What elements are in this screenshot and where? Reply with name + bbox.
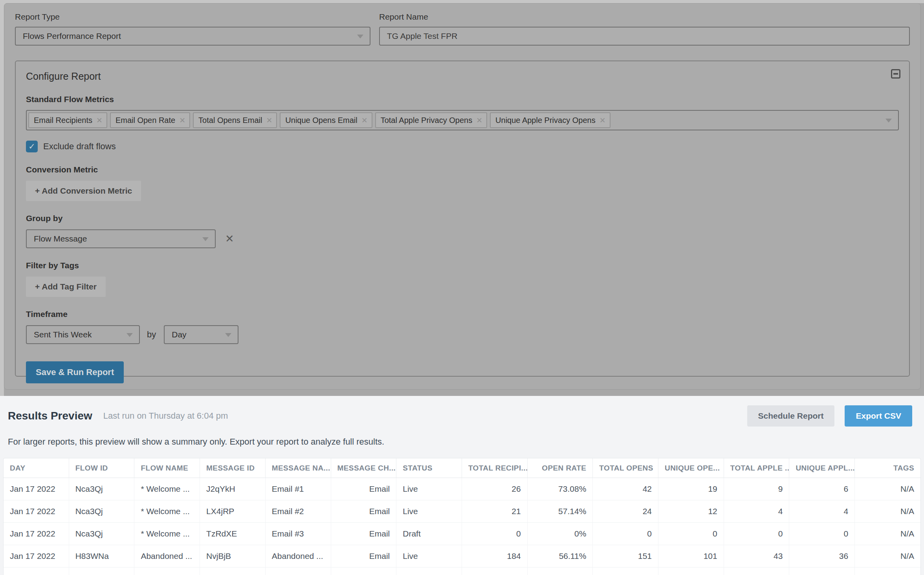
- table-cell: * Welcome ...: [134, 478, 200, 500]
- table-cell: 42: [593, 478, 658, 500]
- export-csv-button[interactable]: Export CSV: [845, 405, 912, 427]
- schedule-report-button[interactable]: Schedule Report: [747, 405, 835, 427]
- metric-chip[interactable]: Email Recipients✕: [28, 112, 107, 128]
- table-cell: Nca3Qj: [69, 500, 135, 523]
- chevron-down-icon[interactable]: [886, 119, 892, 123]
- report-type-value: Flows Performance Report: [23, 31, 121, 41]
- timeframe-label: Timeframe: [26, 309, 899, 319]
- group-by-label: Group by: [26, 214, 899, 223]
- metric-chip[interactable]: Unique Opens Email✕: [280, 112, 372, 128]
- timeframe-unit-value: Day: [172, 330, 186, 339]
- table-cell: 36: [789, 545, 855, 568]
- timeframe-value: Sent This Week: [34, 330, 92, 339]
- table-cell: 86: [658, 568, 724, 575]
- table-cell: 73.08%: [528, 478, 593, 500]
- remove-chip-icon[interactable]: ✕: [179, 117, 185, 124]
- table-cell: 0%: [528, 523, 593, 545]
- table-cell: LX4jRP: [200, 500, 266, 523]
- metric-chip[interactable]: Unique Apple Privacy Opens✕: [490, 112, 610, 128]
- table-cell: H83WNa: [69, 545, 135, 568]
- timeframe-unit-select[interactable]: Day: [164, 325, 238, 344]
- table-cell: 57.14%: [528, 500, 593, 523]
- column-header-total-opens[interactable]: TOTAL OPENS: [593, 458, 658, 478]
- dimmed-overlay: Report Type Flows Performance Report Rep…: [4, 3, 924, 396]
- table-cell: Abandoned ...: [134, 568, 200, 575]
- table-row: Jan 17 2022H83WNaAbandoned ...Mfhw6mAban…: [4, 568, 920, 575]
- table-cell: Email: [331, 523, 397, 545]
- table-cell: Live: [396, 500, 462, 523]
- report-config-card: Report Type Flows Performance Report Rep…: [4, 3, 921, 390]
- table-cell: TzRdXE: [200, 523, 266, 545]
- remove-group-by-icon[interactable]: ✕: [225, 234, 234, 244]
- table-cell: Abandoned ...: [266, 568, 331, 575]
- report-type-select[interactable]: Flows Performance Report: [15, 27, 370, 46]
- table-cell: 43: [724, 545, 790, 568]
- table-cell: J2qYkH: [200, 478, 266, 500]
- table-row: Jan 17 2022H83WNaAbandoned ...NvjBjBAban…: [4, 545, 920, 568]
- column-header-open-rate[interactable]: OPEN RATE: [528, 458, 593, 478]
- filter-by-tags-label: Filter by Tags: [26, 261, 899, 270]
- collapse-panel-icon[interactable]: [891, 69, 900, 79]
- table-cell: * Welcome ...: [134, 523, 200, 545]
- column-header-message-ch[interactable]: MESSAGE CH...: [331, 458, 397, 478]
- remove-chip-icon[interactable]: ✕: [96, 117, 103, 124]
- column-header-day[interactable]: DAY: [4, 458, 69, 478]
- table-row: Jan 17 2022Nca3Qj* Welcome ...J2qYkHEmai…: [4, 478, 920, 500]
- column-header-unique-appl[interactable]: UNIQUE APPL...: [789, 458, 855, 478]
- table-cell: 21: [462, 500, 528, 523]
- metric-chip[interactable]: Total Apple Privacy Opens✕: [375, 112, 487, 128]
- table-cell: Live: [396, 478, 462, 500]
- report-name-input[interactable]: [379, 27, 910, 46]
- exclude-draft-checkbox[interactable]: ✓: [26, 141, 38, 152]
- table-cell: Mfhw6m: [200, 568, 266, 575]
- metric-chip-label: Unique Opens Email: [285, 116, 357, 125]
- column-header-flow-name[interactable]: FLOW NAME: [134, 458, 200, 478]
- column-header-total-apple[interactable]: TOTAL APPLE ...: [724, 458, 790, 478]
- column-header-message-na[interactable]: MESSAGE NA...: [266, 458, 331, 478]
- column-header-total-recipi[interactable]: TOTAL RECIPI...: [462, 458, 528, 478]
- remove-chip-icon[interactable]: ✕: [266, 117, 272, 124]
- conversion-metric-label: Conversion Metric: [26, 165, 899, 174]
- table-cell: Jan 17 2022: [4, 568, 69, 575]
- table-cell: N/A: [855, 523, 920, 545]
- exclude-draft-row[interactable]: ✓ Exclude draft flows: [26, 141, 899, 152]
- table-cell: 151: [593, 545, 658, 568]
- table-cell: Live: [396, 545, 462, 568]
- column-header-flow-id[interactable]: FLOW ID: [69, 458, 135, 478]
- table-cell: 146: [593, 568, 658, 575]
- chevron-down-icon: [126, 333, 133, 337]
- column-header-message-id[interactable]: MESSAGE ID: [200, 458, 266, 478]
- table-cell: 0: [593, 523, 658, 545]
- metric-chip-label: Unique Apple Privacy Opens: [495, 116, 596, 125]
- column-header-tags[interactable]: TAGS: [855, 458, 920, 478]
- add-conversion-metric-button[interactable]: + Add Conversion Metric: [26, 181, 141, 201]
- metric-chip[interactable]: Email Open Rate✕: [110, 112, 190, 128]
- table-cell: Live: [396, 568, 462, 575]
- add-tag-filter-button[interactable]: + Add Tag Filter: [26, 277, 106, 297]
- remove-chip-icon[interactable]: ✕: [476, 117, 482, 124]
- remove-chip-icon[interactable]: ✕: [600, 117, 606, 124]
- report-type-label: Report Type: [15, 12, 370, 22]
- chevron-down-icon: [202, 237, 209, 241]
- table-cell: 4: [789, 500, 855, 523]
- table-cell: 0: [789, 523, 855, 545]
- preview-note: For larger reports, this preview will sh…: [8, 437, 916, 447]
- timeframe-select[interactable]: Sent This Week: [26, 325, 140, 344]
- report-config-section: Report Type Flows Performance Report Rep…: [0, 0, 924, 396]
- table-cell: 12: [658, 500, 724, 523]
- table-row: Jan 17 2022Nca3Qj* Welcome ...TzRdXEEmai…: [4, 523, 920, 545]
- table-cell: Jan 17 2022: [4, 545, 69, 568]
- group-by-select[interactable]: Flow Message: [26, 229, 216, 248]
- save-run-report-button[interactable]: Save & Run Report: [26, 361, 124, 383]
- column-header-unique-ope[interactable]: UNIQUE OPE...: [658, 458, 724, 478]
- results-preview-section: Results Preview Last run on Thursday at …: [0, 396, 924, 575]
- results-preview-title: Results Preview: [8, 410, 92, 422]
- metrics-multiselect[interactable]: Email Recipients✕Email Open Rate✕Total O…: [26, 110, 899, 130]
- table-cell: 144: [462, 568, 528, 575]
- column-header-status[interactable]: STATUS: [396, 458, 462, 478]
- table-cell: 0: [658, 523, 724, 545]
- table-cell: 101: [658, 545, 724, 568]
- metric-chip[interactable]: Total Opens Email✕: [193, 112, 277, 128]
- table-cell: 19: [658, 478, 724, 500]
- remove-chip-icon[interactable]: ✕: [361, 117, 368, 124]
